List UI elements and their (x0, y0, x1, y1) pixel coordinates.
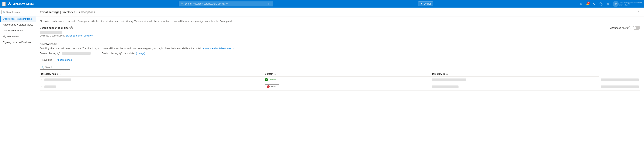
row1-domain-cell (430, 76, 600, 83)
sidebar-item-language-label: Language + region (3, 29, 24, 32)
close-button[interactable]: × (637, 10, 640, 14)
main-container: 🔍 Directories + subscriptions Appearance… (0, 8, 644, 160)
logo-text: Microsoft Azure (12, 2, 34, 6)
directory-tabs: Favorites All Directories (40, 57, 640, 63)
copilot-button[interactable]: ✦ Copilot (418, 1, 433, 6)
sidebar-search-bar[interactable]: 🔍 (2, 10, 34, 14)
col-directory-name: Directory name ↑↓ (40, 72, 264, 76)
table-row: ☆ ! Switch (40, 83, 640, 90)
page-header: Portal settings | Directories + subscrip… (36, 8, 644, 16)
sidebar-item-appearance[interactable]: Appearance + startup views (0, 22, 36, 28)
avatar-initials: TM (614, 3, 617, 5)
azure-logo: Microsoft Azure (8, 2, 34, 6)
sidebar-item-signout-label: Signing out + notifications (3, 41, 31, 44)
sort-domain-icon[interactable]: ↑↓ (274, 73, 276, 75)
tab-favorites[interactable]: Favorites (40, 57, 54, 63)
row1-current-status: Current (265, 78, 429, 81)
email-icon: ✉ (580, 2, 582, 5)
directories-title: Directories i (40, 42, 640, 46)
advanced-filters-label: Advanced filters i (610, 26, 631, 29)
startup-directory-item: Startup directory i : Last visited (chan… (102, 52, 145, 55)
sidebar-item-language[interactable]: Language + region (0, 28, 36, 34)
subscription-filter-header: Default subscription filter i Advanced f… (40, 26, 640, 30)
directory-search-input[interactable] (45, 66, 68, 69)
row1-name-blurred (44, 78, 71, 81)
table-body: ☆ Current (40, 76, 640, 90)
advanced-filters-info-icon[interactable]: i (628, 26, 631, 29)
current-directory-item: Current directory i : (40, 52, 90, 55)
global-search-input[interactable] (185, 2, 267, 5)
topbar: ☰ Microsoft Azure 🔍 G+/ ✦ Copilot ✉ 🔔 1 … (0, 0, 644, 8)
directories-info-icon[interactable]: i (54, 43, 57, 46)
table-header: Directory name ↑↓ Domain ↑↓ Directory ID… (40, 72, 640, 76)
user-domain: microsoft.com (620, 4, 642, 6)
user-info[interactable]: Tina.miller@microsoft.com microsoft.com (620, 2, 642, 6)
row1-domain-blurred (432, 78, 466, 81)
sort-dir-name-icon[interactable]: ↑↓ (59, 73, 61, 75)
directories-section: Directories i Switching directories will… (40, 42, 640, 90)
row2-favorite-icon[interactable]: ☆ (41, 85, 44, 88)
startup-dir-info-icon[interactable]: i (119, 52, 122, 55)
sidebar: 🔍 Directories + subscriptions Appearance… (0, 8, 36, 160)
directory-meta: Current directory i : Startup directory … (40, 52, 640, 55)
tab-all-directories[interactable]: All Directories (54, 57, 74, 63)
advanced-filters-section: Advanced filters i (610, 26, 640, 30)
email-button[interactable]: ✉ (578, 1, 584, 7)
hamburger-menu-button[interactable]: ☰ (2, 2, 6, 6)
sidebar-item-directories[interactable]: Directories + subscriptions (0, 16, 36, 22)
sidebar-item-myinfo-label: My information (3, 35, 19, 38)
subscription-filter-title: Default subscription filter i (40, 26, 73, 29)
directory-search-bar[interactable]: 🔍 (40, 65, 70, 70)
sidebar-item-signout[interactable]: Signing out + notifications (0, 39, 36, 45)
row2-name-cell: ☆ (40, 83, 264, 90)
row2-status-cell: ! Switch (264, 83, 430, 90)
subscription-filter-info-icon[interactable]: i (70, 26, 73, 29)
help-icon: ? (600, 2, 603, 6)
current-directory-value (62, 52, 90, 55)
switch-directory-link[interactable]: Switch to another directory. (66, 34, 93, 37)
sidebar-item-directories-label: Directories + subscriptions (3, 18, 32, 20)
learn-more-link[interactable]: Learn more about directories. ↗ (202, 47, 234, 50)
row2-id-cell (600, 83, 640, 90)
settings-button[interactable]: ⚙ (592, 1, 598, 7)
current-dir-info-icon[interactable]: i (57, 52, 60, 55)
startup-directory-label: Startup directory (102, 52, 118, 55)
feedback-icon: ☺ (607, 2, 610, 5)
search-shortcut: G+/ (268, 3, 271, 5)
row1-id-cell (600, 76, 640, 83)
subscription-blurred-value (40, 31, 62, 34)
topbar-actions: ✉ 🔔 1 ⚙ ? ☺ TM Tina.miller@microsoft.com… (578, 1, 642, 7)
help-button[interactable]: ? (598, 1, 604, 7)
content-panel: Portal settings | Directories + subscrip… (36, 8, 644, 160)
warning-icon: ! (267, 85, 270, 88)
divider (40, 40, 640, 40)
feedback-button[interactable]: ☺ (605, 1, 611, 7)
sidebar-search-wrapper: 🔍 (0, 10, 36, 16)
sidebar-item-appearance-label: Appearance + startup views (3, 23, 33, 26)
user-email: Tina.miller@microsoft.com (620, 2, 642, 4)
sidebar-item-myinfo[interactable]: My information (0, 34, 36, 39)
table-row: ☆ Current (40, 76, 640, 83)
user-avatar[interactable]: TM (612, 1, 619, 7)
change-startup-link[interactable]: (change) (136, 52, 145, 55)
notifications-button[interactable]: 🔔 1 (585, 1, 591, 7)
default-subscription-section: Default subscription filter i Advanced f… (40, 26, 640, 37)
notification-count: 1 (587, 2, 590, 4)
search-icon: 🔍 (181, 2, 184, 5)
gear-icon: ⚙ (593, 2, 596, 5)
row2-domain-cell (430, 83, 600, 90)
col-domain: Domain ↑↓ (264, 72, 430, 76)
sort-dir-id-icon[interactable]: ↑↓ (446, 73, 448, 75)
advanced-filters-toggle[interactable] (633, 26, 640, 30)
directory-search-icon: 🔍 (42, 66, 44, 69)
global-search-bar[interactable]: 🔍 G+/ (179, 1, 273, 6)
current-directory-label: Current directory (40, 52, 56, 55)
row2-domain-blurred (432, 86, 458, 88)
copilot-icon: ✦ (420, 2, 422, 5)
row1-favorite-icon[interactable]: ☆ (41, 78, 44, 81)
copilot-label: Copilot (424, 2, 431, 5)
row1-status-cell: Current (264, 76, 430, 83)
subscription-row (40, 31, 640, 34)
sidebar-search-input[interactable] (6, 11, 33, 14)
switch-button[interactable]: ! Switch (265, 84, 279, 89)
